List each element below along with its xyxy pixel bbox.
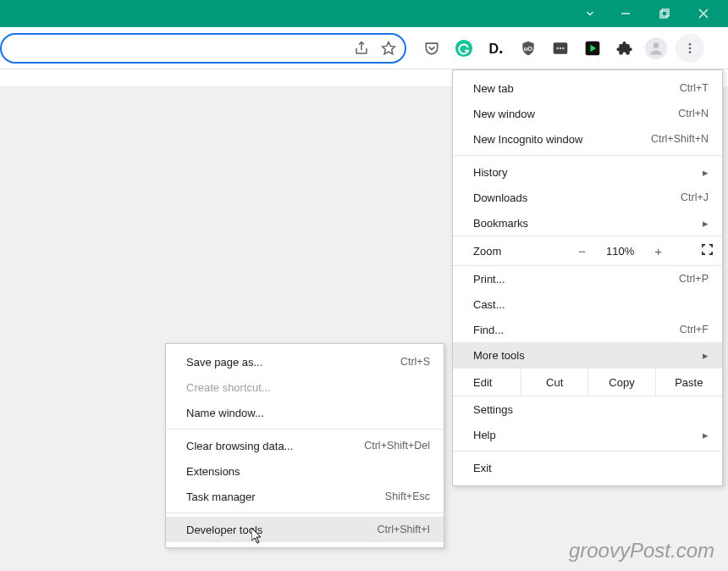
- menu-more-tools[interactable]: More tools▸: [453, 342, 722, 368]
- edit-paste[interactable]: Paste: [655, 369, 722, 396]
- zoom-out-button[interactable]: −: [578, 244, 586, 258]
- chrome-menu-button[interactable]: [676, 34, 704, 63]
- menu-bookmarks[interactable]: Bookmarks▸: [453, 210, 722, 236]
- tab-search-chevron[interactable]: [574, 0, 606, 27]
- svg-point-15: [654, 42, 659, 48]
- edit-cut[interactable]: Cut: [521, 369, 587, 396]
- menu-find[interactable]: Find...Ctrl+F: [453, 317, 722, 342]
- menu-new-tab[interactable]: New tabCtrl+T: [453, 75, 722, 101]
- svg-point-16: [689, 43, 692, 46]
- address-bar[interactable]: [0, 33, 406, 64]
- profile-avatar[interactable]: [645, 37, 667, 59]
- chevron-right-icon: ▸: [703, 217, 709, 230]
- menu-print[interactable]: Print...Ctrl+P: [453, 266, 722, 291]
- zoom-in-button[interactable]: +: [654, 244, 662, 258]
- share-icon[interactable]: [354, 41, 369, 56]
- edit-copy[interactable]: Copy: [587, 369, 654, 396]
- submenu-name-window[interactable]: Name window...: [166, 400, 444, 425]
- svg-marker-6: [383, 42, 395, 53]
- chevron-right-icon: ▸: [703, 349, 709, 362]
- chevron-right-icon: ▸: [703, 166, 709, 179]
- submenu-developer-tools[interactable]: Developer toolsCtrl+Shift+I: [166, 517, 444, 542]
- square-extension-icon[interactable]: [549, 36, 572, 60]
- svg-point-10: [556, 47, 559, 49]
- maximize-button[interactable]: [645, 0, 684, 27]
- submenu-clear-data[interactable]: Clear browsing data...Ctrl+Shift+Del: [166, 433, 444, 458]
- svg-point-17: [689, 47, 692, 49]
- browser-toolbar: D. uO: [0, 27, 728, 69]
- grammarly-extension-icon[interactable]: [452, 36, 476, 60]
- svg-marker-19: [251, 528, 261, 543]
- fullscreen-icon[interactable]: [701, 243, 714, 258]
- submenu-create-shortcut[interactable]: Create shortcut...: [166, 374, 444, 400]
- more-tools-submenu: Save page as...Ctrl+S Create shortcut...…: [165, 343, 444, 548]
- play-extension-icon[interactable]: [581, 36, 604, 60]
- svg-point-18: [689, 51, 692, 53]
- menu-settings[interactable]: Settings: [453, 396, 722, 422]
- menu-zoom-row: Zoom − 110% +: [453, 236, 722, 266]
- svg-point-12: [562, 47, 565, 49]
- menu-cast[interactable]: Cast...: [453, 291, 722, 317]
- bookmark-star-icon[interactable]: [381, 41, 396, 56]
- watermark: groovyPost.com: [569, 539, 714, 563]
- chrome-main-menu: New tabCtrl+T New windowCtrl+N New Incog…: [452, 69, 723, 486]
- menu-exit[interactable]: Exit: [453, 455, 722, 480]
- svg-rect-1: [660, 11, 667, 18]
- mouse-cursor-icon: [251, 528, 265, 548]
- submenu-extensions[interactable]: Extensions: [166, 458, 444, 484]
- minimize-button[interactable]: [606, 0, 645, 27]
- menu-help[interactable]: Help▸: [453, 422, 722, 447]
- extensions-row: D. uO: [420, 34, 704, 63]
- menu-edit-row: Edit Cut Copy Paste: [453, 368, 722, 396]
- ublock-extension-icon[interactable]: uO: [516, 36, 540, 60]
- svg-text:uO: uO: [524, 44, 533, 52]
- pocket-extension-icon[interactable]: [420, 36, 444, 60]
- svg-rect-2: [662, 9, 669, 16]
- chevron-right-icon: ▸: [703, 429, 709, 441]
- menu-history[interactable]: History▸: [453, 159, 722, 185]
- dark-extension-icon[interactable]: D.: [484, 36, 508, 60]
- close-button[interactable]: [684, 0, 723, 27]
- submenu-save-page[interactable]: Save page as...Ctrl+S: [166, 349, 444, 374]
- submenu-task-manager[interactable]: Task managerShift+Esc: [166, 484, 444, 509]
- menu-downloads[interactable]: DownloadsCtrl+J: [453, 185, 722, 210]
- menu-new-incognito[interactable]: New Incognito windowCtrl+Shift+N: [453, 126, 722, 152]
- menu-new-window[interactable]: New windowCtrl+N: [453, 101, 722, 126]
- titlebar: [0, 0, 728, 27]
- zoom-value: 110%: [606, 245, 634, 258]
- svg-point-11: [560, 47, 562, 49]
- extensions-puzzle-icon[interactable]: [613, 36, 637, 60]
